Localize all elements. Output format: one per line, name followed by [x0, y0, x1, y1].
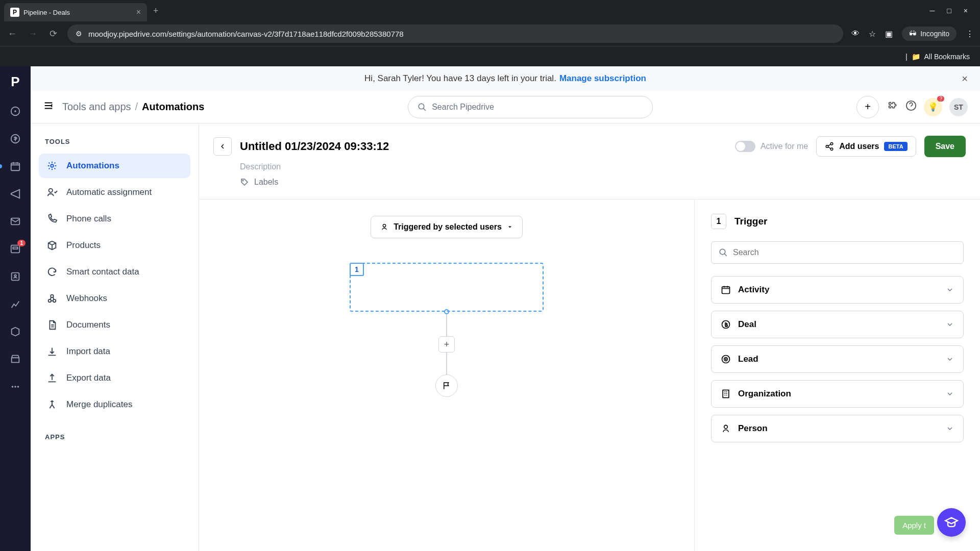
- breadcrumb-separator: /: [135, 101, 138, 113]
- help-icon[interactable]: [905, 100, 917, 114]
- trigger-node[interactable]: 1: [350, 263, 544, 312]
- target-icon[interactable]: [8, 104, 22, 118]
- trigger-dropdown[interactable]: Triggered by selected users: [371, 216, 523, 238]
- svg-point-24: [720, 249, 725, 255]
- campaigns-icon[interactable]: [8, 187, 22, 201]
- content-row: TOOLS Automations Automatic assignment P…: [31, 123, 980, 551]
- add-node-button[interactable]: +: [438, 336, 455, 353]
- svg-point-1: [15, 111, 16, 112]
- forward-icon[interactable]: →: [27, 29, 39, 39]
- description-field[interactable]: Description: [213, 157, 966, 174]
- automation-title[interactable]: Untitled 01/23/2024 09:33:12: [240, 140, 727, 153]
- tag-icon: [240, 178, 249, 187]
- trigger-item-activity[interactable]: Activity: [711, 276, 964, 304]
- panel-icon[interactable]: ▣: [885, 29, 893, 39]
- manage-subscription-link[interactable]: Manage subscription: [559, 73, 646, 84]
- labels-field[interactable]: Labels: [213, 174, 966, 187]
- svg-point-8: [14, 274, 16, 277]
- sidebar-item-label: Smart contact data: [66, 267, 139, 277]
- trigger-item-label: Lead: [738, 354, 758, 364]
- products-icon[interactable]: [8, 324, 22, 339]
- address-bar-row: ← → ⟳ ⚙ moodjoy.pipedrive.com/settings/a…: [0, 21, 980, 46]
- sidebar-item-products[interactable]: Products: [39, 233, 190, 258]
- back-icon[interactable]: ←: [6, 29, 18, 39]
- save-button[interactable]: Save: [924, 136, 966, 157]
- target-icon: [721, 354, 731, 364]
- more-icon[interactable]: [8, 380, 22, 394]
- close-icon[interactable]: ×: [136, 8, 141, 17]
- panel-search[interactable]: [711, 241, 964, 264]
- star-icon[interactable]: ☆: [869, 29, 876, 39]
- contacts-icon[interactable]: [8, 269, 22, 284]
- avatar[interactable]: ST: [949, 98, 968, 116]
- collapse-sidebar-icon[interactable]: [43, 100, 54, 114]
- apply-button[interactable]: Apply t: [894, 516, 934, 535]
- folder-icon: 📁: [912, 53, 920, 61]
- url-bar[interactable]: ⚙ moodjoy.pipedrive.com/settings/automat…: [67, 24, 843, 43]
- close-icon[interactable]: ×: [962, 73, 968, 85]
- chevron-down-icon: [946, 320, 954, 329]
- site-settings-icon[interactable]: ⚙: [76, 30, 82, 38]
- document-icon: [46, 319, 58, 331]
- calendar-icon[interactable]: [8, 159, 22, 173]
- reload-icon[interactable]: ⟳: [47, 28, 59, 39]
- tips-icon[interactable]: 💡?: [924, 98, 942, 116]
- svg-rect-25: [722, 287, 730, 293]
- menu-icon[interactable]: ⋮: [966, 29, 974, 39]
- incognito-badge[interactable]: 🕶 Incognito: [902, 27, 957, 41]
- marketplace-icon[interactable]: [8, 352, 22, 366]
- chevron-down-icon: [507, 224, 513, 230]
- sidebar-item-export[interactable]: Export data: [39, 366, 190, 390]
- sidebar-item-automations[interactable]: Automations: [39, 154, 190, 178]
- all-bookmarks-link[interactable]: All Bookmarks: [924, 53, 970, 61]
- close-window-icon[interactable]: ×: [964, 7, 968, 15]
- svg-rect-6: [13, 247, 17, 249]
- favicon: P: [10, 8, 19, 17]
- svg-point-11: [17, 386, 19, 388]
- building-icon: [721, 389, 731, 399]
- browser-tab[interactable]: P Pipeline - Deals ×: [4, 3, 147, 21]
- url-text: moodjoy.pipedrive.com/settings/automatio…: [88, 30, 404, 38]
- sidebar-item-import[interactable]: Import data: [39, 339, 190, 364]
- mail-icon[interactable]: [8, 214, 22, 229]
- trigger-item-organization[interactable]: Organization: [711, 380, 964, 408]
- minimize-icon[interactable]: ─: [929, 7, 935, 15]
- chevron-down-icon: [946, 355, 954, 363]
- search-input[interactable]: Search Pipedrive: [408, 96, 653, 118]
- add-users-button[interactable]: Add users BETA: [816, 136, 916, 157]
- arrow-left-icon: [218, 142, 227, 151]
- trigger-panel: 1 Trigger Activity: [694, 199, 980, 551]
- panel-search-input[interactable]: [733, 248, 956, 257]
- help-launcher[interactable]: [937, 508, 966, 537]
- inbox-icon[interactable]: 1: [8, 242, 22, 256]
- new-tab-button[interactable]: +: [147, 6, 165, 16]
- node-number: 1: [350, 263, 364, 276]
- trigger-item-person[interactable]: Person: [711, 415, 964, 442]
- sidebar-item-smart-data[interactable]: Smart contact data: [39, 260, 190, 284]
- breadcrumb-parent[interactable]: Tools and apps: [62, 101, 131, 113]
- deals-icon[interactable]: [8, 132, 22, 146]
- trigger-item-deal[interactable]: Deal: [711, 311, 964, 338]
- maximize-icon[interactable]: □: [947, 7, 951, 15]
- header-actions: 💡? ST: [887, 98, 968, 116]
- puzzle-icon[interactable]: [887, 100, 898, 114]
- back-button[interactable]: [213, 137, 232, 156]
- sidebar-item-merge[interactable]: Merge duplicates: [39, 392, 190, 417]
- active-toggle[interactable]: [735, 141, 755, 152]
- sidebar-heading-apps: APPS: [39, 419, 190, 449]
- incognito-label: Incognito: [920, 30, 949, 38]
- add-button[interactable]: +: [856, 96, 879, 118]
- connector-line: [446, 353, 447, 375]
- trigger-item-lead[interactable]: Lead: [711, 345, 964, 373]
- eye-off-icon[interactable]: 👁: [851, 29, 860, 38]
- main-area: Hi, Sarah Tyler! You have 13 days left i…: [31, 66, 980, 551]
- sidebar-item-documents[interactable]: Documents: [39, 313, 190, 337]
- tools-sidebar: TOOLS Automations Automatic assignment P…: [31, 123, 199, 551]
- insights-icon[interactable]: [8, 297, 22, 311]
- sidebar-item-label: Export data: [66, 373, 111, 383]
- sidebar-item-phone[interactable]: Phone calls: [39, 207, 190, 231]
- sidebar-item-webhooks[interactable]: Webhooks: [39, 286, 190, 311]
- dollar-icon: [721, 319, 731, 330]
- sidebar-item-assignment[interactable]: Automatic assignment: [39, 180, 190, 205]
- pipedrive-logo[interactable]: P: [6, 72, 24, 91]
